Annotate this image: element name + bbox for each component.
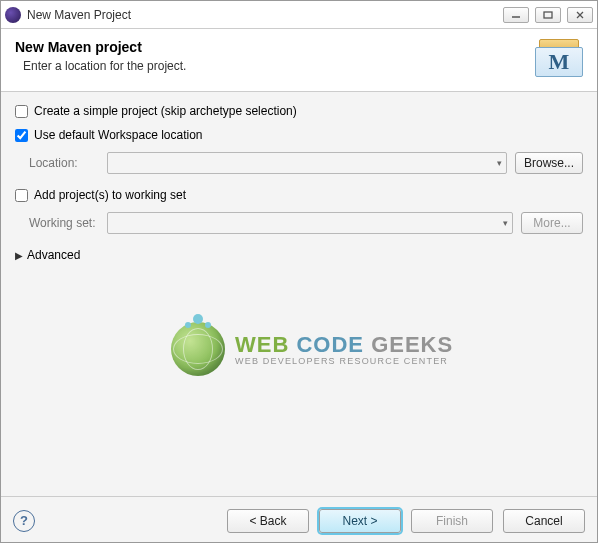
default-workspace-checkbox-row[interactable]: Use default Workspace location	[15, 128, 583, 142]
window-controls	[503, 7, 593, 23]
header-text: New Maven project Enter a location for t…	[15, 39, 186, 73]
watermark-brand: WEB CODE GEEKS	[235, 332, 453, 358]
working-set-checkbox[interactable]	[15, 189, 28, 202]
wizard-footer: ? < Back Next > Finish Cancel	[1, 496, 597, 543]
next-button[interactable]: Next >	[319, 509, 401, 533]
chevron-down-icon: ▾	[503, 218, 508, 228]
default-workspace-label: Use default Workspace location	[34, 128, 203, 142]
simple-project-checkbox-row[interactable]: Create a simple project (skip archetype …	[15, 104, 583, 118]
watermark-tagline: WEB DEVELOPERS RESOURCE CENTER	[235, 356, 453, 366]
location-label: Location:	[29, 156, 99, 170]
working-set-row: Working set: ▾ More...	[29, 212, 583, 234]
advanced-toggle[interactable]: ▶ Advanced	[15, 248, 583, 262]
svg-rect-1	[544, 12, 552, 18]
cancel-button[interactable]: Cancel	[503, 509, 585, 533]
eclipse-icon	[5, 7, 21, 23]
titlebar: New Maven Project	[1, 1, 597, 29]
window-title: New Maven Project	[27, 8, 503, 22]
globe-icon	[171, 322, 225, 376]
simple-project-label: Create a simple project (skip archetype …	[34, 104, 297, 118]
page-title: New Maven project	[15, 39, 186, 55]
close-button[interactable]	[567, 7, 593, 23]
chevron-down-icon: ▾	[497, 158, 502, 168]
finish-button[interactable]: Finish	[411, 509, 493, 533]
minimize-button[interactable]	[503, 7, 529, 23]
default-workspace-checkbox[interactable]	[15, 129, 28, 142]
working-set-combo[interactable]: ▾	[107, 212, 513, 234]
watermark: WEB CODE GEEKS WEB DEVELOPERS RESOURCE C…	[171, 322, 453, 376]
working-set-checkbox-row[interactable]: Add project(s) to working set	[15, 188, 583, 202]
working-set-label: Working set:	[29, 216, 99, 230]
more-button[interactable]: More...	[521, 212, 583, 234]
maven-icon-letter: M	[535, 47, 583, 77]
working-set-check-label: Add project(s) to working set	[34, 188, 186, 202]
maven-icon: M	[535, 39, 583, 79]
wizard-body: Create a simple project (skip archetype …	[1, 92, 597, 496]
browse-button[interactable]: Browse...	[515, 152, 583, 174]
location-row: Location: ▾ Browse...	[29, 152, 583, 174]
advanced-label: Advanced	[27, 248, 80, 262]
triangle-right-icon: ▶	[15, 250, 23, 261]
location-combo[interactable]: ▾	[107, 152, 507, 174]
maximize-button[interactable]	[535, 7, 561, 23]
help-button[interactable]: ?	[13, 510, 35, 532]
page-subtitle: Enter a location for the project.	[23, 59, 186, 73]
wizard-header: New Maven project Enter a location for t…	[1, 29, 597, 92]
back-button[interactable]: < Back	[227, 509, 309, 533]
simple-project-checkbox[interactable]	[15, 105, 28, 118]
